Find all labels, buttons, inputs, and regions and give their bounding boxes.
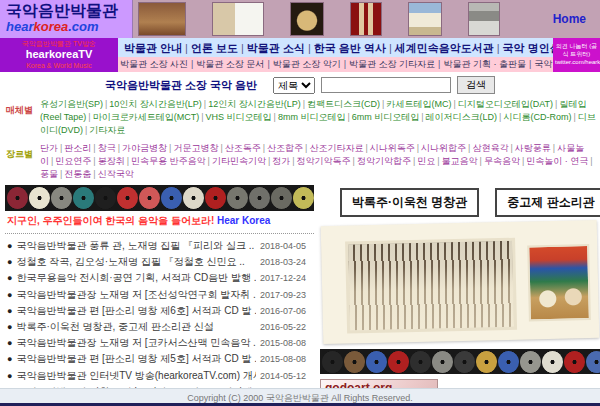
news-item-title[interactable]: 국악음반박물관 인터넷TV 방송(hearkoreaTV.com) 개시 ..	[16, 368, 256, 384]
media-category-item[interactable]: 기타자료	[89, 125, 125, 135]
search-button[interactable]: 검색	[457, 76, 495, 94]
record-disc-thumbnail[interactable]	[29, 187, 50, 209]
news-item-title[interactable]: 국악음반박물관 풍류 관, 노재명 집필 『피리와 실크 ..	[16, 238, 256, 254]
pansori-photo[interactable]	[527, 244, 591, 321]
media-category-item[interactable]: 레이저디스크(LD)	[426, 112, 498, 122]
record-disc-thumbnail[interactable]	[183, 187, 204, 209]
record-disc-thumbnail[interactable]	[7, 187, 28, 209]
nav-primary-item[interactable]: 언론 보도	[191, 42, 238, 54]
news-item-title[interactable]: 국악음반박물관장 노재명 저 [코카서스산맥 민속음악 ..	[16, 335, 256, 351]
nav-secondary-item[interactable]: 박물관 소장 사진	[120, 59, 188, 69]
poster-pair-photo[interactable]	[212, 2, 264, 36]
record-disc-thumbnail[interactable]	[366, 351, 387, 373]
news-item-title[interactable]: 한국무용음악 전시회·공연 기획, 서적과 CD음반 발행 ..	[16, 270, 256, 286]
news-item[interactable]: ●박록주·이욱천 명창관, 중고제 판소리관 신설2016-05-22	[5, 319, 314, 335]
record-disc-thumbnail[interactable]	[432, 351, 453, 373]
record-disc-thumbnail[interactable]	[586, 351, 600, 373]
news-item-title[interactable]: 국악음반박물관장 노재명 저 [조선성악연구회 발자취 ..	[16, 287, 256, 303]
nav-primary-item[interactable]: 한국 음반 역사	[314, 42, 386, 54]
nav-primary-item[interactable]: 박물관 안내	[124, 42, 182, 54]
news-item[interactable]: ●정철호 작곡, 김오성·노재명 집필 『정철호 신민요 ..2018-03-2…	[5, 254, 314, 270]
genre-category-item[interactable]: 단가	[40, 143, 58, 153]
media-category-item[interactable]: 10인치 장시간음반(LP)	[109, 99, 202, 109]
home-link[interactable]: Home	[553, 12, 586, 26]
genre-category-item[interactable]: 기타민속기악	[212, 156, 266, 166]
record-disc-thumbnail[interactable]	[205, 187, 226, 209]
nav-primary-item[interactable]: 세계민속음악도서관	[395, 42, 494, 54]
nav-secondary-item[interactable]: 박물관 소장 문서	[196, 59, 264, 69]
genre-category-item[interactable]: 거문고병창	[173, 143, 218, 153]
news-item[interactable]: ●국악음반박물관장 노재명 저 [코카서스산맥 민속음악 ..2015-08-0…	[5, 335, 314, 351]
media-category-item[interactable]: 시디롬(CD-Rom)	[503, 112, 571, 122]
album-cover-photo[interactable]	[408, 2, 442, 36]
nav-secondary-item[interactable]: 박물관 기획 · 출판물	[443, 59, 526, 69]
search-input[interactable]	[321, 77, 451, 93]
genre-category-item[interactable]: 판소리	[64, 143, 91, 153]
nav-primary-item[interactable]: 박물관 소식	[247, 42, 305, 54]
genre-category-item[interactable]: 삼현육각	[472, 143, 508, 153]
record-disc-thumbnail[interactable]	[476, 351, 497, 373]
genre-category-item[interactable]: 민속무용 반주음악	[131, 156, 206, 166]
news-item-title[interactable]: 정철호 작곡, 김오성·노재명 집필 『정철호 신민요 ..	[16, 254, 256, 270]
news-item[interactable]: ●국악음반박물관 풍류 관, 노재명 집필 『피리와 실크 ..2018-04-…	[5, 238, 314, 254]
genre-category-item[interactable]: 산조기타자료	[309, 143, 363, 153]
search-field-select[interactable]: 제목	[273, 77, 315, 94]
nav-primary-item[interactable]: 국악 명인실	[503, 42, 561, 54]
media-category-item[interactable]: VHS 비디오테입	[206, 112, 272, 122]
record-disc-thumbnail[interactable]	[139, 187, 160, 209]
record-disc-thumbnail[interactable]	[95, 187, 116, 209]
museum-building-photo[interactable]	[138, 2, 186, 36]
record-disc-thumbnail[interactable]	[117, 187, 138, 209]
genre-category-item[interactable]: 민속놀이 · 연극	[526, 156, 588, 166]
genre-category-item[interactable]: 무속음악	[484, 156, 520, 166]
record-disc-thumbnail[interactable]	[520, 351, 541, 373]
news-item-title[interactable]: 국악음반박물관 편 [판소리 명창 제5호] 서적과 CD 발 ..	[16, 351, 256, 367]
genre-category-item[interactable]: 가야금병창	[122, 143, 167, 153]
record-disc-thumbnail[interactable]	[344, 351, 365, 373]
genre-category-item[interactable]: 풍물	[40, 169, 58, 179]
record-disc-thumbnail[interactable]	[249, 187, 270, 209]
group-photo[interactable]	[345, 238, 517, 334]
media-category-item[interactable]: 6mm 비디오테입	[352, 112, 420, 122]
genre-category-item[interactable]: 정악기악합주	[357, 156, 411, 166]
media-category-item[interactable]: 8mm 비디오테입	[278, 112, 346, 122]
nav-secondary-item[interactable]: 박물관 소장 악기	[273, 59, 341, 69]
record-disc-thumbnail[interactable]	[454, 351, 475, 373]
news-item[interactable]: ●국악음반박물관 편 [판소리 명창 제5호] 서적과 CD 발 ..2015-…	[5, 351, 314, 367]
media-category-item[interactable]: 컴팩트디스크(CD)	[307, 99, 380, 109]
portrait-photo[interactable]	[468, 2, 500, 36]
record-disc-thumbnail[interactable]	[388, 351, 409, 373]
news-item[interactable]: ●한국무용음악 전시회·공연 기획, 서적과 CD음반 발행 ..2017-12…	[5, 270, 314, 286]
media-category-item[interactable]: 카세트테입(MC)	[386, 99, 451, 109]
record-disc-thumbnail[interactable]	[271, 187, 292, 209]
hearkoreatv-banner[interactable]: 국악음반박물관 TV방송 hearkoreaTV Korea & World M…	[0, 38, 118, 72]
record-disc-thumbnail[interactable]	[498, 351, 519, 373]
media-category-item[interactable]: 12인치 장시간음반(LP)	[208, 99, 301, 109]
genre-category-item[interactable]: 시나위합주	[421, 143, 466, 153]
genre-category-item[interactable]: 전통춤	[64, 169, 91, 179]
record-disc-thumbnail[interactable]	[161, 187, 182, 209]
record-disc-thumbnail[interactable]	[51, 187, 72, 209]
genre-category-item[interactable]: 민요연주	[55, 156, 91, 166]
news-item-title[interactable]: 박록주·이욱천 명창관, 중고제 판소리관 신설	[16, 319, 256, 335]
record-disc-thumbnail[interactable]	[564, 351, 585, 373]
record-disc-thumbnail[interactable]	[293, 187, 314, 209]
genre-category-item[interactable]: 사랑풍류	[515, 143, 551, 153]
genre-category-item[interactable]: 산조독주	[225, 143, 261, 153]
news-item[interactable]: ●국악음반박물관 인터넷TV 방송(hearkoreaTV.com) 개시 ..…	[5, 368, 314, 384]
gallery-link-parkrokju[interactable]: 박록주·이욱천 명창관	[340, 188, 479, 217]
genre-category-item[interactable]: 산조합주	[267, 143, 303, 153]
genre-category-item[interactable]: 민요	[417, 156, 435, 166]
nav-secondary-item[interactable]: 박물관 소장 기타자료	[349, 59, 435, 69]
gallery-link-junggoje[interactable]: 중고제 판소리관	[495, 188, 600, 217]
genre-category-item[interactable]: 창극	[98, 143, 116, 153]
genre-category-item[interactable]: 봉장취	[98, 156, 125, 166]
record-disc-thumbnail[interactable]	[542, 351, 563, 373]
record-disc-thumbnail[interactable]	[73, 187, 94, 209]
genre-category-item[interactable]: 시나위독주	[370, 143, 415, 153]
pottery-photo[interactable]	[290, 2, 324, 36]
twitter-banner[interactable]: 의견 나눔터 (공식 트위터) twitter.com/hearkorea	[553, 38, 600, 72]
genre-category-item[interactable]: 정가	[272, 156, 290, 166]
red-figures-photo[interactable]	[350, 2, 382, 36]
genre-category-item[interactable]: 신작국악	[98, 169, 134, 179]
